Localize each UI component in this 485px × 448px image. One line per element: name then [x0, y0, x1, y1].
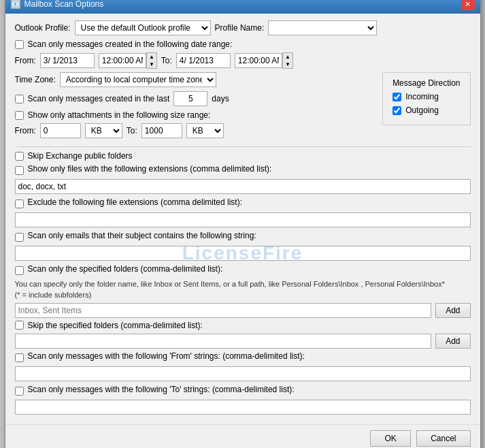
show-extensions-input-row [15, 179, 471, 194]
show-extensions-input[interactable] [15, 179, 471, 194]
skip-folders-add-button[interactable]: Add [435, 334, 470, 349]
ok-button[interactable]: OK [370, 430, 411, 447]
from-strings-label: Scan only messages with the following 'F… [28, 351, 471, 361]
size-from-input[interactable] [40, 123, 81, 138]
attachments-row: Show only attachments in the following s… [15, 110, 369, 120]
from-date-label: From: [15, 56, 36, 65]
to-strings-input[interactable] [15, 400, 471, 415]
days-label: days [212, 94, 229, 103]
incoming-row: Incoming [392, 92, 460, 101]
size-row: From: KBMBGB To: KBMBGB [15, 123, 369, 138]
date-range-row: Scan only messages created in the follow… [15, 39, 471, 49]
incoming-checkbox[interactable] [392, 93, 401, 101]
from-strings-checkbox[interactable] [15, 353, 24, 362]
subject-checkbox[interactable] [15, 233, 24, 242]
scan-folders-row: Scan only the specified folders (comma-d… [15, 264, 471, 275]
left-section: Time Zone: According to local computer t… [15, 72, 369, 142]
size-from-label: From: [15, 126, 36, 135]
from-strings-input[interactable] [15, 366, 471, 381]
window-title: Mailbox Scan Options [24, 0, 104, 9]
scan-folders-checkbox[interactable] [15, 266, 24, 275]
subject-row: Scan only emails that their subject cont… [15, 231, 471, 242]
skip-folders-label: Skip the specified folders (comma-delimi… [28, 321, 203, 330]
skip-exchange-checkbox[interactable] [15, 152, 24, 161]
scan-folders-input-row: Add [15, 303, 471, 318]
exclude-extensions-checkbox[interactable] [15, 199, 24, 208]
to-strings-input-row [15, 400, 471, 415]
scan-last-label: Scan only messages created in the last [28, 94, 170, 103]
show-extensions-row: Show only files with the following exten… [15, 164, 471, 175]
size-to-input[interactable] [141, 123, 182, 138]
from-strings-input-row [15, 366, 471, 381]
attachments-checkbox[interactable] [15, 111, 24, 120]
titlebar-left: 📧 Mailbox Scan Options [11, 0, 104, 9]
date-range-checkbox[interactable] [15, 40, 24, 49]
exclude-extensions-row: Exclude the following file extensions (c… [15, 197, 471, 208]
incoming-label: Incoming [405, 92, 439, 101]
from-date-input[interactable] [40, 53, 95, 68]
outgoing-label: Outgoing [405, 106, 439, 115]
skip-folders-input[interactable] [15, 334, 432, 349]
to-date-label: To: [161, 56, 172, 65]
days-input[interactable] [173, 91, 207, 106]
cancel-button[interactable]: Cancel [416, 430, 470, 447]
show-extensions-label: Show only files with the following exten… [28, 164, 471, 174]
to-time-spinner: ▲ ▼ [235, 52, 293, 69]
scan-folders-label: Scan only the specified folders (comma-d… [28, 264, 471, 274]
scan-folders-add-button[interactable]: Add [435, 303, 470, 318]
outlook-profile-row: Outlook Profile: Use the default Outlook… [15, 20, 471, 35]
from-time-spinner: ▲ ▼ [99, 52, 157, 69]
from-time-spinner-btns: ▲ ▼ [146, 52, 157, 69]
from-time-up[interactable]: ▲ [147, 53, 156, 61]
to-strings-row: Scan only messages with the following 'T… [15, 385, 471, 396]
scan-folders-input[interactable] [15, 303, 432, 318]
main-window: 📧 Mailbox Scan Options ✕ Outlook Profile… [5, 0, 481, 448]
to-time-input[interactable] [235, 53, 282, 68]
size-to-label: To: [127, 126, 137, 135]
profile-name-select[interactable] [268, 20, 377, 35]
scan-last-checkbox[interactable] [15, 95, 24, 103]
bottom-buttons: OK Cancel [5, 424, 480, 448]
date-inputs-row: From: ▲ ▼ To: ▲ ▼ [15, 52, 471, 69]
exclude-extensions-input-row [15, 212, 471, 227]
titlebar: 📧 Mailbox Scan Options ✕ [5, 0, 480, 14]
window-icon: 📧 [11, 0, 20, 9]
skip-folders-row: Skip the specified folders (comma-delimi… [15, 321, 471, 330]
to-strings-checkbox[interactable] [15, 387, 24, 396]
from-time-input[interactable] [99, 53, 146, 68]
attachments-label: Show only attachments in the following s… [28, 110, 211, 120]
skip-exchange-row: Skip Exchange public folders [15, 151, 471, 161]
size-to-unit[interactable]: KBMBGB [186, 123, 224, 138]
outlook-profile-label: Outlook Profile: [15, 23, 71, 33]
message-direction-title: Message Direction [392, 78, 460, 88]
timezone-row: Time Zone: According to local computer t… [15, 72, 369, 87]
skip-exchange-label: Skip Exchange public folders [28, 151, 133, 161]
dialog-content: Outlook Profile: Use the default Outlook… [5, 14, 480, 424]
from-strings-row: Scan only messages with the following 'F… [15, 351, 471, 362]
timezone-label: Time Zone: [15, 75, 56, 84]
to-time-spinner-btns: ▲ ▼ [282, 52, 293, 69]
skip-folders-input-row: Add [15, 334, 471, 349]
profile-name-label: Profile Name: [215, 23, 265, 33]
scan-folders-desc: You can specify only the folder name, li… [15, 279, 471, 300]
subject-input[interactable] [15, 246, 471, 261]
show-extensions-checkbox[interactable] [15, 166, 24, 175]
to-time-up[interactable]: ▲ [283, 53, 292, 61]
from-time-down[interactable]: ▼ [147, 61, 156, 68]
message-direction-box: Message Direction Incoming Outgoing [382, 72, 470, 125]
skip-folders-checkbox[interactable] [15, 321, 24, 330]
subject-input-row: LicenseFire [15, 246, 471, 261]
to-time-down[interactable]: ▼ [283, 61, 292, 68]
close-button[interactable]: ✕ [461, 0, 475, 10]
timezone-select[interactable]: According to local computer time zone [60, 72, 216, 87]
scan-last-row: Scan only messages created in the last d… [15, 91, 369, 106]
exclude-extensions-input[interactable] [15, 212, 471, 227]
to-strings-label: Scan only messages with the following 'T… [28, 385, 471, 394]
exclude-extensions-label: Exclude the following file extensions (c… [28, 197, 471, 207]
date-range-label: Scan only messages created in the follow… [28, 39, 233, 49]
outlook-profile-select[interactable]: Use the default Outlook profile [75, 20, 211, 35]
to-date-input[interactable] [176, 53, 231, 68]
outgoing-checkbox[interactable] [392, 106, 401, 115]
outgoing-row: Outgoing [392, 106, 460, 115]
size-from-unit[interactable]: KBMBGB [85, 123, 122, 138]
